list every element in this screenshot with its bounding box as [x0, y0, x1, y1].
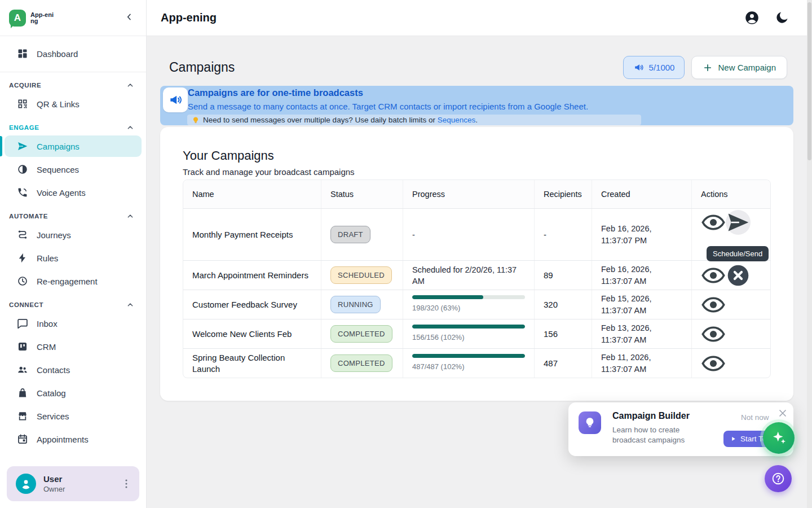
topbar-title: App-ening	[161, 11, 217, 24]
campaign-recipients: 487	[535, 349, 592, 378]
user-menu-button[interactable]	[120, 478, 133, 490]
sequences-link[interactable]: Sequences	[438, 116, 476, 124]
send-icon	[17, 141, 28, 152]
campaign-usage-badge[interactable]: 5/1000	[623, 56, 685, 79]
account-button[interactable]	[744, 10, 760, 25]
view-campaign-button[interactable]	[701, 292, 726, 317]
page-header-actions: 5/1000 New Campaign	[623, 56, 787, 79]
sidebar-item-label: Voice Agents	[37, 188, 86, 198]
dark-mode-toggle[interactable]	[774, 10, 789, 25]
sidebar-item-re-engagement[interactable]: Re-engagement	[5, 270, 142, 292]
campaign-name: Customer Feedback Survey	[183, 290, 321, 319]
user-card[interactable]: User Owner	[7, 466, 139, 501]
phone-icon	[17, 187, 28, 198]
chevron-up-icon	[126, 212, 135, 221]
popup-title: Campaign Builder	[612, 411, 690, 421]
sidebar-item-label: Appointments	[37, 435, 89, 444]
sparkles-icon	[770, 430, 787, 446]
sidebar-dashboard-group: Dashboard	[0, 43, 146, 72]
sidebar-item-appointments[interactable]: Appointments	[5, 428, 142, 450]
sidebar-item-inbox[interactable]: Inbox	[5, 313, 142, 334]
cancel-campaign-button[interactable]	[726, 263, 751, 288]
view-campaign-button[interactable]	[701, 210, 726, 235]
view-campaign-button[interactable]	[701, 263, 726, 288]
sidebar-item-label: Rules	[37, 253, 58, 263]
sidebar-item-crm[interactable]: CRM	[5, 336, 142, 357]
campaign-status-cell: SCHEDULED	[321, 261, 403, 290]
campaign-progress-cell: Scheduled for 2/20/26, 11:37 AM	[403, 261, 535, 290]
sidebar-item-dashboard[interactable]: Dashboard	[5, 43, 142, 64]
campaign-actions-cell	[692, 261, 770, 290]
section-label-text: ENGAGE	[9, 124, 39, 131]
calendar-icon	[17, 433, 28, 445]
status-badge: DRAFT	[330, 226, 370, 243]
user-name: User	[43, 474, 65, 484]
people-icon	[17, 364, 28, 375]
close-icon[interactable]	[777, 408, 788, 419]
send-campaign-button[interactable]	[726, 210, 751, 235]
sidebar-item-voice-agents[interactable]: Voice Agents	[5, 182, 142, 203]
qr-icon	[17, 98, 28, 110]
banner-subtitle: Send a message to many contacts at once.…	[188, 102, 588, 111]
sidebar: A App-ening DashboardACQUIREQR & LinksEN…	[0, 0, 147, 508]
sidebar-section-automate[interactable]: AUTOMATE	[9, 212, 135, 221]
view-campaign-button[interactable]	[701, 322, 726, 347]
megaphone-icon	[633, 62, 644, 73]
page-scrollbar[interactable]	[807, 0, 812, 508]
chat-icon	[17, 318, 28, 329]
chevron-up-icon	[126, 81, 135, 90]
topbar-icons	[744, 10, 789, 25]
bolt-icon	[17, 252, 28, 264]
section-label-text: CONNECT	[9, 301, 43, 308]
sidebar-section-connect[interactable]: CONNECT	[9, 300, 135, 309]
campaign-created: Feb 13, 2026,11:37:07 AM	[592, 319, 692, 348]
sidebar-item-label: Journeys	[37, 230, 71, 240]
sidebar-item-contacts[interactable]: Contacts	[5, 359, 142, 380]
scrollbar-thumb[interactable]	[807, 2, 811, 160]
campaign-status-cell: COMPLETED	[321, 319, 403, 348]
sidebar-item-journeys[interactable]: Journeys	[5, 224, 142, 246]
sidebar-item-campaigns[interactable]: Campaigns	[5, 135, 142, 157]
campaign-progress-cell: 487/487 (102%)	[403, 349, 535, 378]
table-row: Spring Beauty Collection LaunchCOMPLETED…	[183, 348, 770, 378]
avatar	[16, 474, 36, 494]
sidebar-item-catalog[interactable]: Catalog	[5, 382, 142, 404]
user-circle-icon	[744, 10, 760, 25]
store-icon	[17, 410, 28, 422]
chevron-up-icon	[126, 123, 135, 132]
user-role: Owner	[43, 485, 65, 493]
sidebar-section-acquire[interactable]: ACQUIRE	[9, 81, 135, 90]
dashboard-icon	[17, 48, 28, 59]
sidebar-item-label: Contacts	[37, 365, 70, 375]
sidebar-item-label: Services	[37, 411, 69, 421]
app-root: A App-ening DashboardACQUIREQR & LinksEN…	[0, 0, 812, 508]
sidebar-item-label: Inbox	[37, 319, 58, 329]
play-icon	[730, 436, 736, 442]
campaign-progress-cell: -	[403, 209, 535, 260]
sidebar-item-rules[interactable]: Rules	[5, 247, 142, 269]
sidebar-item-services[interactable]: Services	[5, 405, 142, 427]
new-campaign-button[interactable]: New Campaign	[691, 56, 787, 79]
broadcast-info-banner: Campaigns are for one-time broadcasts Se…	[160, 86, 793, 125]
table-row: Monthly Payment ReceiptsDRAFT--Feb 16, 2…	[183, 208, 770, 260]
not-now-button[interactable]: Not now	[741, 413, 769, 422]
status-badge: RUNNING	[330, 296, 381, 313]
moon-icon	[774, 10, 789, 25]
half-circle-icon	[17, 164, 28, 175]
campaign-created: Feb 15, 2026,11:37:07 AM	[592, 290, 692, 319]
campaign-created: Feb 16, 2026,11:37:07 AM	[592, 261, 692, 290]
progress-label: 198/320 (63%)	[412, 303, 460, 314]
kanban-icon	[17, 341, 28, 352]
help-fab[interactable]	[765, 465, 792, 492]
sidebar-item-sequences[interactable]: Sequences	[5, 159, 142, 180]
sidebar-item-qr-links[interactable]: QR & Links	[5, 93, 142, 115]
campaign-name: Welcome New Clients Feb	[183, 319, 321, 348]
table-row: March Appointment RemindersSCHEDULEDSche…	[183, 260, 770, 290]
ai-assistant-fab[interactable]	[763, 422, 795, 454]
sidebar-section-engage[interactable]: ENGAGE	[9, 123, 135, 132]
campaign-builder-popup: Campaign Builder Learn how to create bro…	[568, 402, 793, 456]
user-meta: User Owner	[43, 474, 65, 493]
view-campaign-button[interactable]	[701, 351, 726, 376]
sidebar-item-label: Campaigns	[37, 142, 80, 151]
sidebar-collapse-button[interactable]	[121, 10, 137, 26]
